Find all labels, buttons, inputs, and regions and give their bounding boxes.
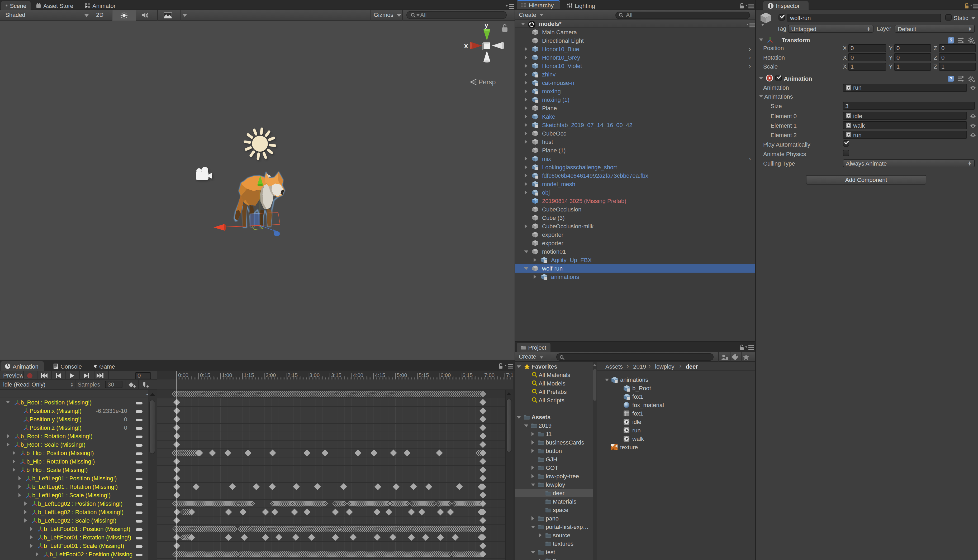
svg-text:4:15: 4:15 <box>375 372 385 378</box>
svg-text:?: ? <box>950 38 953 43</box>
svg-text:3:00: 3:00 <box>309 372 319 378</box>
svg-text:?: ? <box>950 76 953 82</box>
svg-text:0:15: 0:15 <box>200 372 210 378</box>
svg-text:0:00: 0:00 <box>178 372 188 378</box>
svg-text:5:00: 5:00 <box>397 372 407 378</box>
svg-text:x: x <box>464 42 468 50</box>
svg-text:1:15: 1:15 <box>244 372 254 378</box>
svg-text:6:15: 6:15 <box>462 372 472 378</box>
svg-text:3:15: 3:15 <box>331 372 341 378</box>
svg-text:2:00: 2:00 <box>265 372 276 378</box>
svg-text:2:15: 2:15 <box>287 372 298 378</box>
svg-text:1:00: 1:00 <box>222 372 232 378</box>
svg-text:Persp: Persp <box>478 78 496 86</box>
svg-text:y: y <box>485 21 488 29</box>
svg-text:6:00: 6:00 <box>440 372 450 378</box>
svg-text:5:15: 5:15 <box>418 372 428 378</box>
svg-text:4:00: 4:00 <box>353 372 363 378</box>
svg-text:7:00: 7:00 <box>484 372 494 378</box>
